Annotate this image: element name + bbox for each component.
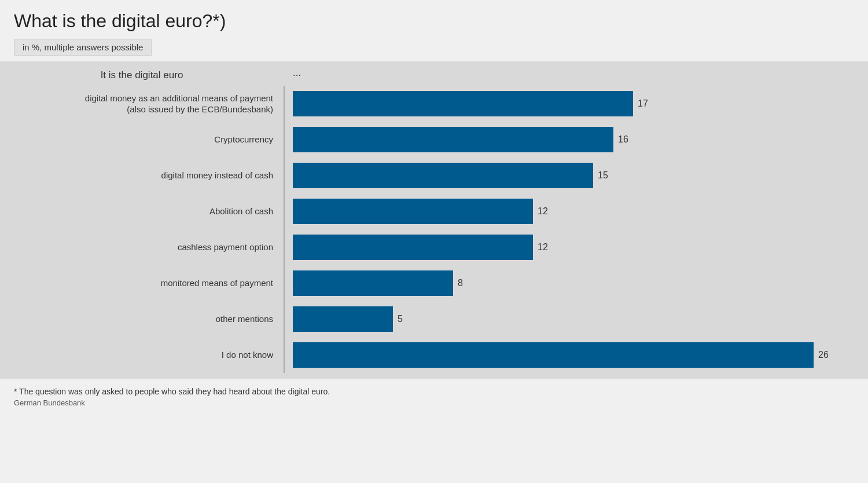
- chart-row: cashless payment option12: [0, 229, 868, 265]
- chart-row: digital money instead of cash15: [0, 158, 868, 193]
- chart-row: Cryptocurrency16: [0, 122, 868, 158]
- bar: [293, 127, 613, 152]
- bar: [293, 270, 453, 296]
- row-label: digital money instead of cash: [0, 170, 284, 181]
- chart-row: digital money as an additional means of …: [0, 86, 868, 122]
- bar-section: 16: [284, 127, 868, 152]
- bar-section: 17: [284, 91, 868, 116]
- bar-section: 12: [284, 235, 868, 260]
- page-container: What is the digital euro?*) in %, multip…: [0, 0, 868, 413]
- bar-section: 26: [284, 342, 868, 368]
- chart-area: It is the digital euro ... digital money…: [0, 61, 868, 379]
- bar: [293, 306, 393, 332]
- bar-section: 15: [284, 163, 868, 188]
- bar-section: 12: [284, 199, 868, 224]
- bar: [293, 163, 593, 188]
- chart-row: other mentions5: [0, 301, 868, 337]
- bar-value: 15: [598, 170, 608, 181]
- col-header-right: ...: [284, 67, 868, 81]
- bar: [293, 91, 633, 116]
- chart-rows-wrapper: digital money as an additional means of …: [0, 86, 868, 373]
- bar-value: 16: [618, 134, 628, 145]
- footer-note: * The question was only asked to people …: [14, 387, 854, 396]
- footer-source: German Bundesbank: [14, 398, 854, 407]
- row-label: other mentions: [0, 313, 284, 325]
- bar-value: 5: [398, 314, 403, 324]
- page-title: What is the digital euro?*): [14, 10, 854, 32]
- bar-section: 5: [284, 306, 868, 332]
- chart-rows: digital money as an additional means of …: [0, 86, 868, 373]
- vertical-divider: [284, 86, 285, 373]
- bar: [293, 199, 533, 224]
- row-label: Abolition of cash: [0, 206, 284, 217]
- bar: [293, 342, 814, 368]
- bar-value: 12: [538, 206, 548, 217]
- bar-value: 26: [818, 350, 829, 360]
- footer-section: * The question was only asked to people …: [0, 379, 868, 413]
- row-label: monitored means of payment: [0, 277, 284, 289]
- row-label: digital money as an additional means of …: [0, 93, 284, 115]
- bar-value: 8: [458, 278, 463, 288]
- bar-section: 8: [284, 270, 868, 296]
- column-headers: It is the digital euro ...: [0, 61, 868, 86]
- bar: [293, 235, 533, 260]
- subtitle-box: in %, multiple answers possible: [14, 39, 152, 56]
- row-label: cashless payment option: [0, 241, 284, 253]
- chart-row: I do not know26: [0, 337, 868, 373]
- bar-value: 12: [538, 242, 548, 253]
- col-header-left: It is the digital euro: [0, 67, 284, 81]
- chart-row: Abolition of cash12: [0, 193, 868, 229]
- row-label: I do not know: [0, 349, 284, 361]
- row-label: Cryptocurrency: [0, 134, 284, 145]
- bar-value: 17: [638, 98, 648, 109]
- chart-row: monitored means of payment8: [0, 265, 868, 301]
- header-section: What is the digital euro?*) in %, multip…: [0, 0, 868, 61]
